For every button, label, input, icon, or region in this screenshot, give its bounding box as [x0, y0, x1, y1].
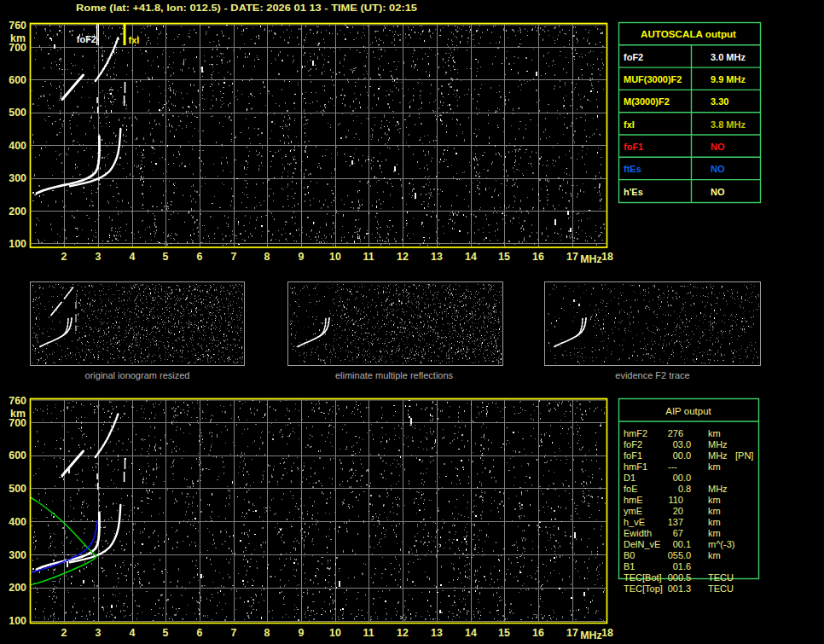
- svg-text:100: 100: [9, 238, 26, 250]
- svg-text:.1: .1: [683, 539, 691, 549]
- svg-text:B1: B1: [624, 561, 635, 571]
- svg-text:500: 500: [9, 483, 26, 495]
- svg-text:14: 14: [465, 251, 477, 263]
- svg-text:TEC[Top]: TEC[Top]: [624, 583, 663, 594]
- svg-text:100: 100: [9, 615, 26, 627]
- svg-text:12: 12: [397, 251, 409, 263]
- svg-text:00: 00: [673, 539, 683, 549]
- svg-text:.0: .0: [683, 473, 691, 483]
- svg-text:MHz: MHz: [580, 629, 601, 641]
- svg-text:600: 600: [9, 450, 26, 461]
- svg-text:AIP output: AIP output: [665, 406, 711, 416]
- svg-text:4: 4: [130, 251, 136, 263]
- svg-text:TEC[Bot]: TEC[Bot]: [624, 572, 662, 583]
- svg-text:2: 2: [61, 251, 67, 263]
- svg-text:16: 16: [532, 627, 544, 639]
- svg-text:TECU: TECU: [708, 583, 734, 594]
- svg-text:000: 000: [668, 572, 683, 583]
- svg-text:5: 5: [163, 627, 169, 639]
- svg-text:2: 2: [61, 627, 67, 639]
- svg-text:9.9 MHz: 9.9 MHz: [711, 74, 746, 84]
- svg-text:km: km: [708, 517, 721, 527]
- svg-text:foF2: foF2: [624, 52, 643, 62]
- svg-text:[PN]: [PN]: [735, 450, 753, 461]
- svg-text:6: 6: [197, 627, 203, 639]
- svg-text:6: 6: [197, 251, 203, 263]
- svg-text:NO: NO: [711, 142, 725, 152]
- svg-text:NO: NO: [711, 164, 725, 174]
- svg-text:15: 15: [498, 251, 510, 263]
- svg-text:Ewidth: Ewidth: [624, 528, 652, 538]
- svg-text:km: km: [708, 506, 721, 516]
- svg-text:11: 11: [363, 627, 374, 639]
- svg-text:MHz: MHz: [580, 253, 601, 265]
- svg-text:hmE: hmE: [624, 495, 643, 505]
- svg-text:MHz: MHz: [708, 439, 728, 450]
- svg-text:3.0 MHz: 3.0 MHz: [711, 52, 746, 62]
- svg-text:km: km: [708, 550, 721, 560]
- svg-text:AUTOSCALA output: AUTOSCALA output: [641, 29, 736, 39]
- svg-text:137: 137: [668, 517, 683, 527]
- svg-text:3.8 MHz: 3.8 MHz: [711, 119, 746, 130]
- svg-text:.6: .6: [683, 561, 691, 571]
- svg-text:fxI: fxI: [129, 35, 140, 45]
- svg-text:276: 276: [668, 428, 683, 438]
- svg-text:500: 500: [9, 107, 26, 119]
- svg-text:MUF(3000)F2: MUF(3000)F2: [624, 74, 682, 84]
- svg-text:17: 17: [566, 251, 578, 263]
- svg-text:9: 9: [299, 627, 305, 639]
- svg-text:200: 200: [9, 206, 26, 218]
- svg-text:.8: .8: [683, 484, 691, 494]
- svg-text:13: 13: [431, 627, 443, 639]
- svg-text:hmF1: hmF1: [624, 461, 647, 472]
- svg-text:km: km: [708, 461, 721, 472]
- svg-text:km: km: [708, 528, 721, 538]
- svg-text:fxI: fxI: [624, 119, 635, 130]
- svg-text:110: 110: [668, 495, 683, 505]
- svg-text:TECU: TECU: [708, 572, 734, 583]
- svg-text:eliminate multiple reflections: eliminate multiple reflections: [335, 370, 454, 380]
- svg-text:3: 3: [96, 627, 102, 639]
- svg-text:.5: .5: [683, 572, 691, 583]
- svg-text:300: 300: [9, 172, 26, 184]
- svg-text:h'Es: h'Es: [624, 187, 643, 197]
- svg-text:km: km: [708, 495, 721, 505]
- svg-text:10: 10: [329, 627, 341, 639]
- svg-text:300: 300: [9, 549, 26, 561]
- svg-text:67: 67: [673, 528, 683, 538]
- svg-text:10: 10: [329, 251, 341, 263]
- svg-text:17: 17: [566, 627, 578, 639]
- svg-text:ymE: ymE: [624, 506, 642, 516]
- svg-text:16: 16: [532, 251, 544, 263]
- svg-text:.0: .0: [683, 550, 691, 560]
- svg-text:MHz: MHz: [708, 450, 728, 461]
- svg-text:9: 9: [299, 251, 305, 263]
- svg-text:---: ---: [668, 461, 677, 472]
- svg-text:400: 400: [9, 140, 26, 152]
- svg-text:760: 760: [9, 395, 26, 407]
- svg-text:B0: B0: [624, 550, 635, 560]
- svg-text:13: 13: [431, 251, 443, 263]
- svg-text:8: 8: [264, 251, 270, 263]
- svg-text:hmF2: hmF2: [624, 428, 647, 438]
- svg-text:.3: .3: [683, 583, 691, 594]
- svg-text:foF1: foF1: [624, 450, 642, 461]
- svg-text:4: 4: [130, 627, 136, 639]
- svg-text:original ionogram resized: original ionogram resized: [85, 370, 190, 380]
- svg-text:055: 055: [668, 550, 683, 560]
- svg-text:7: 7: [231, 251, 237, 263]
- svg-text:m^(-3): m^(-3): [708, 539, 734, 549]
- svg-text:foF1: foF1: [624, 142, 643, 152]
- svg-text:400: 400: [9, 516, 26, 528]
- svg-text:700: 700: [9, 42, 26, 54]
- svg-text:18: 18: [601, 627, 613, 639]
- svg-text:M(3000)F2: M(3000)F2: [624, 96, 670, 107]
- svg-text:14: 14: [465, 627, 477, 639]
- svg-text:700: 700: [9, 417, 26, 429]
- svg-text:h_vE: h_vE: [624, 517, 645, 527]
- svg-text:NO: NO: [711, 187, 725, 197]
- svg-text:20: 20: [673, 506, 683, 516]
- svg-text:ftEs: ftEs: [624, 164, 641, 174]
- svg-text:evidence F2 trace: evidence F2 trace: [615, 370, 689, 380]
- svg-text:3.30: 3.30: [711, 96, 728, 107]
